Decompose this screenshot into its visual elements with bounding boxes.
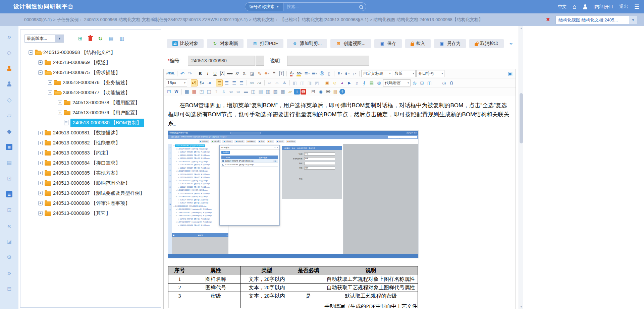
tree-item[interactable]: +240513-0000983 【约束】 (24, 148, 160, 158)
save-button[interactable]: ▣保存 (374, 39, 402, 48)
tree-expander-icon[interactable]: + (38, 151, 43, 155)
insert-music-icon[interactable]: ♫ (354, 79, 360, 86)
paragraph-rtl-icon[interactable]: ¶◂ (198, 79, 205, 86)
hr-icon[interactable]: — (433, 79, 440, 86)
find-replace-icon[interactable]: ΘΘ (325, 88, 331, 95)
bullet-list-icon[interactable]: ☰▾ (311, 70, 318, 77)
insert-code-icon[interactable]: ◎ (411, 79, 418, 86)
tree-expander-icon[interactable]: + (58, 101, 62, 105)
undo-icon[interactable]: ↶ (179, 70, 186, 77)
tree-expander-icon[interactable]: + (38, 161, 43, 165)
redo-icon[interactable]: ↷ (186, 70, 193, 77)
delete-col-icon[interactable]: ▥ (265, 88, 271, 95)
chevron-down-icon[interactable]: ▼ (629, 16, 637, 24)
eraser-icon[interactable]: ◪ (249, 70, 255, 77)
insert-row-below-icon[interactable]: ⇩ (220, 88, 227, 95)
split-cell-icon[interactable]: ◫ (250, 88, 257, 95)
line-height-icon[interactable]: ↕▾ (351, 70, 358, 77)
delete-table-icon[interactable]: ▦ (191, 88, 198, 95)
chevron-down-icon[interactable]: ▼ (55, 35, 64, 43)
custom-title-select[interactable]: 自定义标题▾ (361, 70, 392, 77)
code-language-select[interactable]: 代码语言▾ (383, 79, 411, 86)
align-center-icon[interactable]: ☰ (223, 79, 230, 86)
datetime-icon[interactable]: ◷ (441, 79, 447, 86)
cursor-tool-icon[interactable]: I (294, 89, 300, 95)
to-lowercase-icon[interactable]: Aa (256, 79, 263, 86)
img-inline-icon[interactable]: ◫ (299, 79, 306, 86)
hamburger-menu-icon[interactable]: ☰ (634, 3, 639, 10)
tree-item[interactable]: −240513-0000975 【需求描述】 (24, 67, 160, 77)
save-as-button[interactable]: ▣另存为 (434, 39, 466, 48)
tree-expander-icon[interactable]: + (48, 80, 52, 85)
fullscreen-icon[interactable]: ▣ (507, 70, 514, 77)
format-brush-icon[interactable]: ✎ (256, 70, 263, 77)
tree-item[interactable]: −240513-0000968 【结构化文档】 (24, 47, 160, 57)
tree-item[interactable]: +240513-0000978 【通用配置】 (24, 98, 160, 108)
vertical-scrollbar[interactable]: ▲ ▼ (519, 26, 523, 309)
scrollbar-thumb[interactable] (520, 93, 523, 143)
tree-item[interactable]: −240513-0000977 【功能描述】 (24, 87, 160, 98)
refresh-object-button[interactable]: ↻对象刷新 (207, 39, 244, 48)
font-color-icon[interactable]: A▾ (288, 70, 295, 77)
doc-list2-icon[interactable]: ≣ (0, 186, 18, 202)
home-icon[interactable]: ⌂ (573, 3, 576, 10)
paste-icon[interactable]: ▤ (332, 88, 339, 95)
version-select[interactable]: 最新版本... (24, 35, 55, 43)
task-card-icon[interactable]: ▤ (0, 155, 18, 171)
font-size-select[interactable]: 16px▾ (166, 79, 187, 86)
word-import-icon[interactable]: W (173, 88, 180, 95)
tree-item[interactable]: +240513-0000986 【影响范围分析】 (24, 178, 160, 188)
insert-table-icon[interactable]: ▦ (183, 88, 190, 95)
tree-expander-icon[interactable]: − (38, 70, 43, 75)
more-button[interactable]: ... (256, 56, 264, 66)
tree-expander-icon[interactable]: + (38, 191, 43, 195)
superscript-icon[interactable]: X² (234, 70, 240, 77)
paragraph-select[interactable]: 段落▾ (393, 70, 416, 77)
auto-typeset-icon[interactable]: ⓐ (318, 70, 325, 77)
compare-object-button[interactable]: ⇄比较对象 (167, 39, 204, 48)
delete-row-icon[interactable]: ▤ (257, 88, 264, 95)
strikethrough-icon[interactable]: ABC (226, 70, 233, 77)
underline-icon[interactable]: U (212, 70, 218, 77)
desc-field[interactable] (287, 56, 369, 66)
close-icon[interactable]: ✖ (546, 17, 550, 22)
img-float-right-icon[interactable]: ◨ (306, 79, 313, 86)
tree-expander-icon[interactable]: + (38, 141, 43, 145)
insert-col-left-icon[interactable]: ⇦ (228, 88, 234, 95)
table-header-icon[interactable]: ▧ (272, 88, 279, 95)
para-spacing-after-icon[interactable]: ⇟▾ (343, 70, 350, 77)
scroll-up-icon[interactable]: ▲ (519, 27, 524, 30)
create-view-button[interactable]: ⊞创建视图... (330, 39, 371, 48)
toc-icon[interactable]: ⊟ (419, 79, 425, 86)
doc-list-icon[interactable]: ≣ (0, 139, 18, 155)
clear-format-icon[interactable]: ❖▾ (263, 70, 270, 77)
italic-icon[interactable]: I (204, 70, 211, 77)
tree-expander-icon[interactable]: + (38, 60, 43, 65)
tree-item[interactable]: +240513-0000989 【其它】 (24, 208, 160, 218)
monitor-view-icon[interactable]: ⊡ (0, 171, 18, 186)
highlight-icon[interactable]: ab▾ (296, 70, 303, 77)
tree-expander-icon[interactable]: + (38, 201, 43, 205)
tree-item[interactable]: +240513-0000984 【接口需求】 (24, 158, 160, 168)
align-right-icon[interactable]: ☰ (231, 79, 237, 86)
tree-expander-icon[interactable]: − (48, 90, 52, 95)
tree-item[interactable]: +240513-0000981 【数据描述】 (24, 128, 160, 138)
font-style-icon[interactable]: A (219, 70, 226, 77)
subscript-icon[interactable]: X₂ (241, 70, 248, 77)
collapse-panel-icon[interactable]: « (0, 218, 18, 234)
merge-cells-icon[interactable]: ▬ (243, 88, 249, 95)
tree-item[interactable]: +240513-0000985 【实现方案】 (24, 168, 160, 178)
cell-prop-icon[interactable]: ◱ (206, 88, 212, 95)
refresh-tree-icon[interactable]: ↻ (98, 36, 103, 42)
tree-expander-icon[interactable]: + (38, 131, 43, 135)
unlink-icon[interactable]: ∞ (274, 79, 280, 86)
search-input[interactable] (283, 3, 356, 11)
emoticon-icon[interactable]: ☺ (331, 79, 338, 86)
insert-video-icon[interactable]: ▶ (346, 79, 353, 86)
bold-icon[interactable]: B (197, 70, 204, 77)
doc-search-icon[interactable]: ▥ (119, 36, 124, 42)
special-format-icon[interactable]: 特 (301, 89, 306, 95)
insert-map-icon[interactable]: ▤ (368, 79, 375, 86)
view-history-select[interactable]: 结构化视图 结构化文档:2405... ▼ (555, 16, 637, 24)
palette-icon[interactable]: ◕ (339, 79, 345, 86)
